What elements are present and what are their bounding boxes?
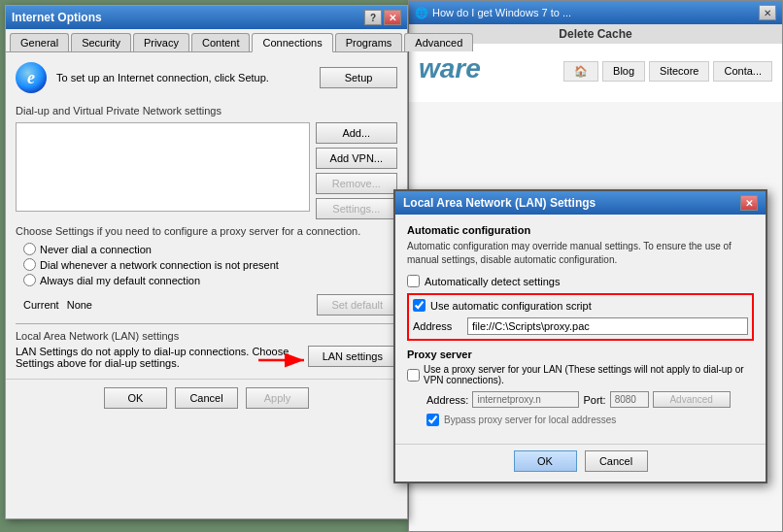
radio-never-label: Never dial a connection [40,244,152,255]
vpn-buttons: Add... Add VPN... Remove... Settings... [316,122,397,219]
nav-links: 🏠 Blog Sitecore Conta... [563,61,772,82]
set-default-button[interactable]: Set default [317,294,397,316]
tab-privacy[interactable]: Privacy [133,33,189,51]
lan-content: Automatic configuration Automatic config… [395,215,766,444]
internet-options-title: Internet Options [12,11,102,24]
address-row: Address [413,317,748,335]
setup-text: To set up an Internet connection, click … [56,72,310,83]
help-button[interactable]: ? [364,10,382,25]
radio-always-input[interactable] [23,274,36,286]
add-vpn-button[interactable]: Add VPN... [316,148,397,169]
apply-button[interactable]: Apply [246,387,309,409]
radio-group: Never dial a connection Dial whenever a … [23,243,397,286]
proxy-address-row: Address: Port: Advanced [426,391,754,408]
dialup-label: Dial-up and Virtual Private Network sett… [16,105,397,116]
use-script-checkbox[interactable] [413,299,426,312]
tab-security[interactable]: Security [71,33,131,51]
browser-titlebar: 🌐 How do I get Windows 7 to ... ✕ [409,1,782,24]
nav-blog-button[interactable]: Blog [602,61,645,82]
browser-favicon: 🌐 [415,7,428,19]
auto-detect-row: Automatically detect settings [407,275,754,287]
radio-always[interactable]: Always dial my default connection [23,274,397,286]
use-script-label: Use automatic configuration script [430,300,592,312]
proxy-address-input[interactable] [472,391,579,408]
auto-config-desc: Automatic configuration may override man… [407,240,754,267]
lan-dialog-title: Local Area Network (LAN) Settings [403,196,596,210]
auto-detect-label: Automatically detect settings [425,276,560,287]
lan-close-button[interactable]: ✕ [740,195,758,211]
ok-button[interactable]: OK [104,387,167,409]
settings-button[interactable]: Settings... [316,198,397,219]
setup-section: To set up an Internet connection, click … [16,62,397,93]
current-value: None [67,299,92,311]
browser-content-title: ware [419,53,481,84]
setup-button[interactable]: Setup [320,67,397,88]
proxy-info: Choose Settings if you need to configure… [16,225,397,237]
nav-contact-button[interactable]: Conta... [713,61,772,82]
red-arrow [254,341,312,380]
proxy-section-title: Proxy server [407,349,754,360]
browser-title: How do I get Windows 7 to ... [432,7,571,18]
current-row: Current None Set default [23,294,397,316]
address-input[interactable] [467,317,748,335]
lan-ok-button[interactable]: OK [514,450,577,472]
nav-sitecore-button[interactable]: Sitecore [649,61,709,82]
lan-dialog: Local Area Network (LAN) Settings ✕ Auto… [393,189,767,483]
nav-home-button[interactable]: 🏠 [563,61,598,82]
tab-content[interactable]: Content [191,33,251,51]
proxy-checkbox-label: Use a proxy server for your LAN (These s… [424,364,754,385]
auto-config-title: Automatic configuration [407,224,754,236]
highlighted-section: Use automatic configuration script Addre… [407,293,754,341]
current-label: Current [23,299,59,311]
use-script-row: Use automatic configuration script [413,299,748,312]
lan-section-label: Local Area Network (LAN) settings [16,330,397,342]
remove-button[interactable]: Remove... [316,173,397,194]
bottom-buttons: OK Cancel Apply [6,379,407,416]
radio-always-label: Always dial my default connection [40,275,200,286]
bypass-row: Bypass proxy server for local addresses [426,414,754,426]
port-input[interactable] [610,391,649,408]
proxy-address-label: Address: [426,394,468,406]
window-content: To set up an Internet connection, click … [6,52,407,379]
ie-icon [16,62,47,93]
radio-whenever-label: Dial whenever a network connection is no… [40,259,279,271]
bypass-label: Bypass proxy server for local addresses [444,415,616,425]
lan-settings-row: LAN Settings do not apply to dial-up con… [16,346,397,369]
internet-options-window: Internet Options ? ✕ General Security Pr… [5,5,408,519]
browser-content: ware 🏠 Blog Sitecore Conta... [409,44,782,102]
proxy-checkbox-row: Use a proxy server for your LAN (These s… [407,364,754,385]
close-button[interactable]: ✕ [384,10,401,25]
radio-never[interactable]: Never dial a connection [23,243,397,255]
tab-connections[interactable]: Connections [252,33,332,52]
tabs-row: General Security Privacy Content Connect… [6,29,407,52]
dialup-list [16,122,310,212]
lan-settings-button[interactable]: LAN settings [308,346,397,367]
proxy-server-checkbox[interactable] [407,369,420,382]
tab-general[interactable]: General [10,33,69,51]
advanced-button[interactable]: Advanced [653,391,731,408]
bypass-checkbox[interactable] [426,414,439,426]
radio-whenever[interactable]: Dial whenever a network connection is no… [23,258,397,271]
cancel-button[interactable]: Cancel [175,387,238,409]
address-label: Address [413,320,461,332]
tab-advanced[interactable]: Advanced [404,33,473,51]
lan-cancel-button[interactable]: Cancel [585,450,648,472]
radio-whenever-input[interactable] [23,258,36,271]
add-button[interactable]: Add... [316,122,397,144]
port-label: Port: [583,394,605,406]
delete-cache-label: Delete Cache [559,27,631,41]
internet-options-titlebar: Internet Options ? ✕ [6,6,407,29]
lan-bottom-buttons: OK Cancel [395,444,766,482]
browser-close-button[interactable]: ✕ [759,5,776,20]
radio-never-input[interactable] [23,243,36,255]
lan-titlebar: Local Area Network (LAN) Settings ✕ [395,191,766,215]
tab-programs[interactable]: Programs [335,33,403,51]
auto-detect-checkbox[interactable] [407,275,420,287]
